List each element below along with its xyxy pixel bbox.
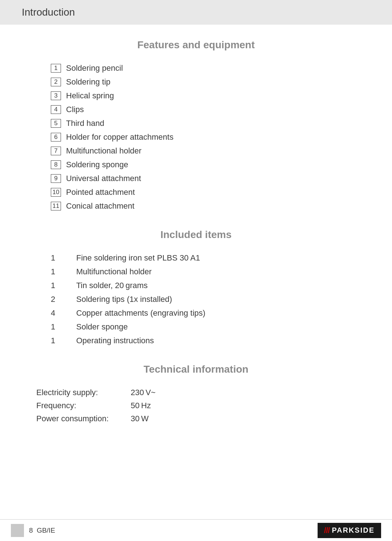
included-list-item: 4Copper attachments (engraving tips): [51, 308, 363, 318]
features-list-item: 11Conical attachment: [51, 201, 363, 211]
included-title: Included items: [29, 229, 363, 241]
item-quantity: 1: [51, 336, 62, 345]
features-section: Features and equipment 1Soldering pencil…: [29, 39, 363, 211]
features-list: 1Soldering pencil2Soldering tip3Helical …: [51, 63, 363, 211]
item-label: Universal attachment: [66, 174, 141, 183]
item-label: Tin solder, 20 grams: [76, 281, 148, 290]
included-list-item: 2Soldering tips (1x installed): [51, 295, 363, 304]
features-list-item: 3Helical spring: [51, 91, 363, 101]
item-number: 2: [51, 78, 61, 86]
tech-value: 30 W: [131, 414, 174, 423]
item-label: Solder sponge: [76, 322, 128, 332]
item-label: Multifunctional holder: [66, 146, 142, 156]
brand-logo: /// PARKSIDE: [318, 523, 381, 538]
included-list-item: 1Multifunctional holder: [51, 267, 363, 276]
item-label: Clips: [66, 105, 84, 114]
tech-value: 230 V~: [131, 388, 174, 397]
brand-box: /// PARKSIDE: [318, 523, 381, 538]
features-list-item: 1Soldering pencil: [51, 63, 363, 73]
included-list-item: 1Operating instructions: [51, 336, 363, 345]
item-number: 1: [51, 64, 61, 73]
page-title: Introduction: [22, 7, 370, 18]
features-list-item: 6Holder for copper attachments: [51, 132, 363, 142]
item-label: Helical spring: [66, 91, 114, 101]
technical-title: Technical information: [29, 364, 363, 375]
included-list-item: 1Tin solder, 20 grams: [51, 281, 363, 290]
item-number: 6: [51, 133, 61, 142]
item-number: 10: [51, 188, 61, 197]
included-list-item: 1Fine soldering iron set PLBS 30 A1: [51, 253, 363, 263]
item-number: 5: [51, 119, 61, 128]
tech-label: Frequency:: [36, 401, 131, 410]
item-label: Third hand: [66, 119, 104, 128]
item-label: Multifunctional holder: [76, 267, 152, 276]
tech-value: 50 Hz: [131, 401, 174, 410]
features-list-item: 10Pointed attachment: [51, 188, 363, 197]
features-list-item: 5Third hand: [51, 119, 363, 128]
technical-row: Power consumption:30 W: [36, 414, 363, 423]
included-section: Included items 1Fine soldering iron set …: [29, 229, 363, 345]
brand-name-text: PARKSIDE: [332, 526, 375, 534]
technical-table: Electricity supply:230 V~Frequency:50 Hz…: [36, 388, 363, 423]
item-quantity: 1: [51, 253, 62, 263]
item-number: 7: [51, 147, 61, 155]
features-list-item: 2Soldering tip: [51, 77, 363, 87]
page-header: Introduction: [0, 0, 392, 25]
features-list-item: 7Multifunctional holder: [51, 146, 363, 156]
item-number: 4: [51, 105, 61, 114]
item-quantity: 1: [51, 267, 62, 276]
item-label: Holder for copper attachments: [66, 132, 173, 142]
item-number: 9: [51, 174, 61, 183]
item-label: Soldering sponge: [66, 160, 128, 169]
item-label: Soldering tip: [66, 77, 110, 87]
item-number: 11: [51, 202, 61, 210]
tech-label: Electricity supply:: [36, 388, 131, 397]
technical-section: Technical information Electricity supply…: [29, 364, 363, 423]
item-number: 8: [51, 160, 61, 169]
item-quantity: 2: [51, 295, 62, 304]
technical-row: Electricity supply:230 V~: [36, 388, 363, 397]
main-content: Features and equipment 1Soldering pencil…: [0, 39, 392, 423]
item-label: Operating instructions: [76, 336, 154, 345]
technical-row: Frequency:50 Hz: [36, 401, 363, 410]
item-number: 3: [51, 91, 61, 100]
item-label: Conical attachment: [66, 201, 134, 211]
included-list: 1Fine soldering iron set PLBS 30 A11Mult…: [51, 253, 363, 345]
page-footer: 8 GB/IE /// PARKSIDE: [0, 519, 392, 541]
item-label: Copper attachments (engraving tips): [76, 308, 205, 318]
tech-label: Power consumption:: [36, 414, 131, 423]
item-quantity: 4: [51, 308, 62, 318]
features-title: Features and equipment: [29, 39, 363, 51]
included-list-item: 1Solder sponge: [51, 322, 363, 332]
brand-slashes-icon: ///: [324, 526, 330, 535]
item-quantity: 1: [51, 281, 62, 290]
item-label: Fine soldering iron set PLBS 30 A1: [76, 253, 200, 263]
item-label: Pointed attachment: [66, 188, 135, 197]
item-quantity: 1: [51, 322, 62, 332]
page-number-box: [11, 524, 24, 537]
item-label: Soldering tips (1x installed): [76, 295, 172, 304]
features-list-item: 4Clips: [51, 105, 363, 114]
features-list-item: 8Soldering sponge: [51, 160, 363, 169]
page-locale: 8 GB/IE: [29, 526, 55, 534]
features-list-item: 9Universal attachment: [51, 174, 363, 183]
item-label: Soldering pencil: [66, 63, 123, 73]
